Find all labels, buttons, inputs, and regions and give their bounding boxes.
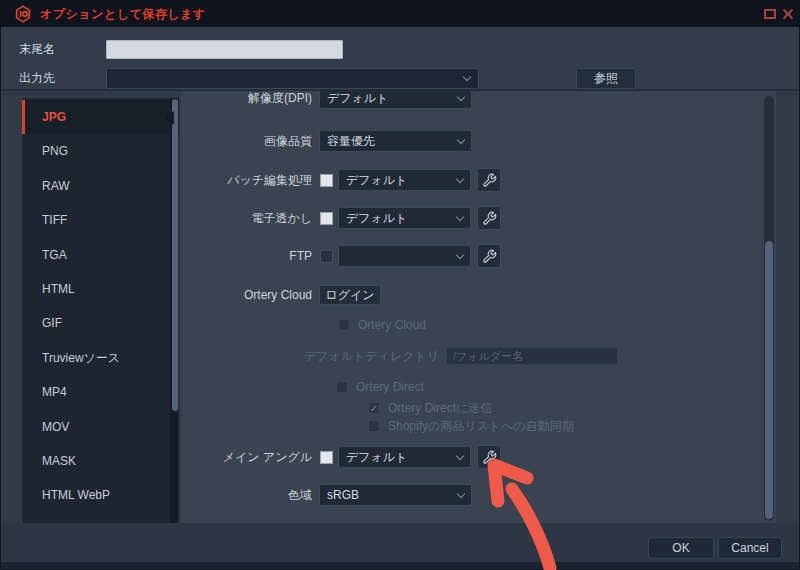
shopify-sync-row: Shopifyの商品リストへの自動同期 xyxy=(181,419,574,433)
selected-item-notch xyxy=(165,111,174,125)
batch-edit-checkbox[interactable] xyxy=(320,174,333,187)
chevron-down-icon xyxy=(456,174,464,182)
send-to-direct-row: ✓ Ortery Directに送信 xyxy=(181,401,492,415)
browse-button[interactable]: 参照 xyxy=(576,68,636,89)
sidebar-item-html[interactable]: HTML xyxy=(22,272,179,306)
watermark-label: 電子透かし xyxy=(181,210,312,227)
ftp-dropdown[interactable] xyxy=(338,245,471,267)
chevron-down-icon xyxy=(463,73,471,81)
default-directory-input[interactable] xyxy=(446,347,618,365)
batch-edit-label: バッチ編集処理 xyxy=(181,172,312,189)
watermark-dropdown[interactable]: デフォルト xyxy=(338,207,471,229)
main-angle-dropdown[interactable]: デフォルト xyxy=(338,446,471,468)
sidebar-item-mp4[interactable]: MP4 xyxy=(22,375,179,409)
sidebar-item-html-webp[interactable]: HTML WebP xyxy=(22,478,179,512)
ftp-settings-button[interactable] xyxy=(477,244,501,268)
login-button[interactable]: ログイン xyxy=(319,285,381,305)
chevron-down-icon xyxy=(456,250,464,258)
ok-button[interactable]: OK xyxy=(648,537,714,559)
send-to-direct-label: Ortery Directに送信 xyxy=(388,400,492,417)
sidebar-item-jpg[interactable]: JPG xyxy=(22,100,179,134)
resolution-label: 解像度(DPI) xyxy=(181,91,312,107)
app-logo-icon xyxy=(14,5,32,23)
main-angle-settings-button[interactable] xyxy=(477,445,501,469)
watermark-row: 電子透かし デフォルト xyxy=(181,207,501,229)
watermark-settings-button[interactable] xyxy=(477,206,501,230)
color-space-label: 色域 xyxy=(181,487,312,504)
sidebar-item-mask[interactable]: MASK xyxy=(22,444,179,478)
header-section: 末尾名 出力先 参照 xyxy=(1,27,799,91)
sidebar-item-tiff[interactable]: TIFF xyxy=(22,203,179,237)
chevron-down-icon xyxy=(457,135,465,143)
sidebar-item-png[interactable]: PNG xyxy=(22,134,179,168)
window-bottom-edge xyxy=(1,562,799,569)
ftp-row: FTP xyxy=(181,245,501,267)
main-scrollbar-track[interactable] xyxy=(764,96,774,521)
batch-edit-settings-button[interactable] xyxy=(477,168,501,192)
footer-section: OK Cancel xyxy=(1,523,799,569)
default-directory-row: デフォルトディレクトリ xyxy=(181,346,618,366)
maximize-button[interactable] xyxy=(764,9,776,19)
resolution-dropdown[interactable]: デフォルト xyxy=(319,91,472,109)
chevron-down-icon xyxy=(456,212,464,220)
ortery-direct-row: Ortery Direct xyxy=(181,380,424,394)
main-angle-checkbox[interactable] xyxy=(320,451,333,464)
checkmark-icon: ✓ xyxy=(370,403,378,414)
title-bar: オプションとして保存します xyxy=(1,1,799,27)
cancel-button[interactable]: Cancel xyxy=(718,537,782,559)
ftp-label: FTP xyxy=(181,249,312,263)
quality-label: 画像品質 xyxy=(181,133,312,150)
format-sidebar: JPG PNG RAW TIFF TGA HTML GIF Truviewソース… xyxy=(22,98,179,523)
ortery-cloud-checkbox-label: Ortery Cloud xyxy=(358,318,426,332)
chevron-down-icon xyxy=(457,489,465,497)
output-path-label: 出力先 xyxy=(19,70,106,87)
sidebar-scrollbar-thumb[interactable] xyxy=(172,99,178,411)
default-directory-label: デフォルトディレクトリ xyxy=(181,348,439,365)
main-scrollbar-thumb[interactable] xyxy=(765,241,773,519)
settings-panel: 解像度(DPI) デフォルト 画像品質 容量優先 バッチ編集処理 デフォルト 電… xyxy=(181,91,776,523)
wrench-icon xyxy=(482,450,497,465)
send-to-direct-checkbox: ✓ xyxy=(368,402,380,414)
close-button[interactable] xyxy=(781,7,795,21)
color-space-row: 色域 sRGB xyxy=(181,484,472,506)
suffix-input[interactable] xyxy=(106,40,343,59)
ortery-cloud-checkbox xyxy=(338,319,350,331)
ortery-cloud-checkbox-row: Ortery Cloud xyxy=(181,318,426,332)
quality-dropdown[interactable]: 容量優先 xyxy=(319,130,472,152)
shopify-sync-label: Shopifyの商品リストへの自動同期 xyxy=(388,418,574,435)
window-title: オプションとして保存します xyxy=(40,1,206,27)
watermark-checkbox[interactable] xyxy=(320,212,333,225)
wrench-icon xyxy=(482,211,497,226)
sidebar-item-raw[interactable]: RAW xyxy=(22,169,179,203)
ortery-cloud-row: Ortery Cloud ログイン xyxy=(181,285,381,305)
wrench-icon xyxy=(482,173,497,188)
quality-row: 画像品質 容量優先 xyxy=(181,130,472,152)
ftp-checkbox[interactable] xyxy=(320,250,333,263)
sidebar-item-truview-source[interactable]: Truviewソース xyxy=(22,341,179,375)
ortery-cloud-label: Ortery Cloud xyxy=(181,288,312,302)
suffix-label: 末尾名 xyxy=(19,41,106,58)
ortery-direct-label: Ortery Direct xyxy=(356,380,424,394)
wrench-icon xyxy=(482,249,497,264)
main-angle-row: メイン アングル デフォルト xyxy=(181,445,501,469)
batch-edit-dropdown[interactable]: デフォルト xyxy=(338,169,471,191)
dialog-window: オプションとして保存します 末尾名 出力先 参照 JPG PNG RAW TIF… xyxy=(0,0,800,570)
color-space-dropdown[interactable]: sRGB xyxy=(319,484,472,506)
main-angle-label: メイン アングル xyxy=(181,449,312,466)
chevron-down-icon xyxy=(456,451,464,459)
sidebar-item-mov[interactable]: MOV xyxy=(22,410,179,444)
sidebar-item-gif[interactable]: GIF xyxy=(22,306,179,340)
chevron-down-icon xyxy=(457,92,465,100)
ortery-direct-checkbox xyxy=(336,381,348,393)
batch-edit-row: バッチ編集処理 デフォルト xyxy=(181,169,501,191)
output-path-dropdown[interactable] xyxy=(106,68,479,89)
resolution-row: 解像度(DPI) デフォルト xyxy=(181,91,472,109)
sidebar-item-tga[interactable]: TGA xyxy=(22,238,179,272)
shopify-sync-checkbox xyxy=(368,420,380,432)
